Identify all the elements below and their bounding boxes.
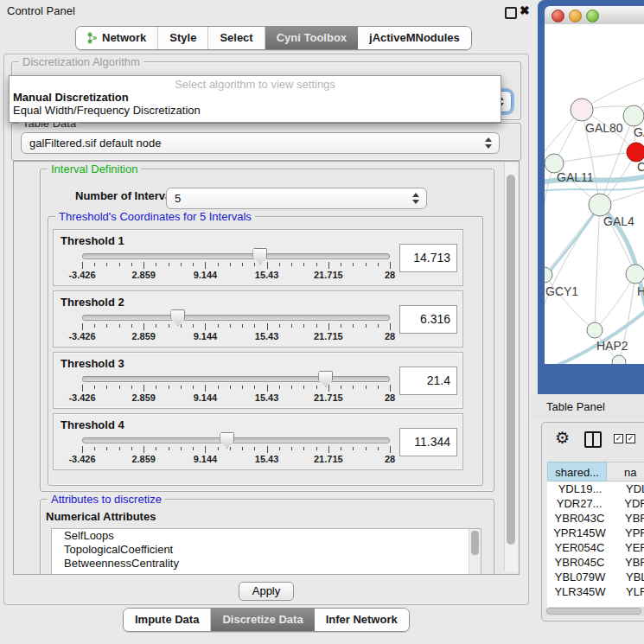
- table-data-combobox[interactable]: galFiltered.sif default node: [21, 132, 500, 154]
- network-edge[interactable]: [545, 163, 554, 232]
- cell-name[interactable]: YER0: [612, 540, 644, 555]
- attribute-item-betweennesscentrality[interactable]: BetweennessCentrality: [52, 557, 481, 571]
- slider-track[interactable]: [82, 376, 390, 382]
- minimize-window-icon[interactable]: [569, 10, 582, 22]
- cell-shared-name[interactable]: YBL079W: [547, 570, 613, 584]
- dropdown-option-manual-discretization[interactable]: Manual Discretization: [10, 91, 501, 104]
- table-row[interactable]: YBR043CYBR0: [547, 511, 644, 526]
- cell-shared-name[interactable]: YBR045C: [547, 555, 612, 570]
- cell-name[interactable]: YIL0: [613, 599, 644, 603]
- tab-label: Cyni Toolbox: [277, 27, 347, 49]
- column-header-shared-name[interactable]: shared...: [547, 462, 607, 481]
- tab-discretize-data[interactable]: Discretize Data: [211, 609, 314, 631]
- table-row[interactable]: YBR045CYBR0: [547, 555, 644, 570]
- tab-network[interactable]: Network: [76, 27, 158, 49]
- zoom-window-icon[interactable]: [586, 10, 599, 22]
- tab-select[interactable]: Select: [208, 27, 265, 49]
- table-row[interactable]: YBL079WYBL0: [547, 570, 644, 584]
- threshold-card-threshold-4: Threshold 4-3.4262.8599.14415.4321.71528…: [53, 413, 463, 470]
- cell-shared-name[interactable]: YPR145W: [547, 526, 612, 540]
- slider-track[interactable]: [82, 315, 390, 321]
- checkbox-icon[interactable]: ✓: [626, 434, 635, 443]
- numerical-attributes-label: Numerical Attributes: [46, 510, 156, 523]
- table-row[interactable]: YPR145WYPR1: [547, 526, 644, 540]
- red-node[interactable]: [627, 143, 644, 162]
- tab-jactivemnodules[interactable]: jActiveMNodules: [358, 27, 471, 49]
- threshold-value-field[interactable]: 14.713: [399, 244, 457, 272]
- group-title: Discretization Algorithm: [19, 55, 143, 68]
- gear-icon[interactable]: ⚙: [555, 428, 570, 449]
- list-scrollbar[interactable]: [469, 529, 481, 575]
- node-table: shared... na YDL19...YDL1YDR27...YDR2YBR…: [547, 462, 644, 609]
- cell-name[interactable]: YPR1: [612, 526, 644, 540]
- h-node[interactable]: [626, 265, 644, 284]
- threshold-value-field[interactable]: 6.316: [399, 305, 457, 334]
- cell-name[interactable]: YDL1: [613, 481, 644, 496]
- network-edge-highlighted[interactable]: [545, 187, 644, 191]
- slider-scale-labels: -3.4262.8599.14415.4321.71528: [82, 331, 390, 341]
- network-window[interactable]: GAL80GACGAL11GAL4GCY1HHAP2: [538, 0, 644, 394]
- tab-impute-data[interactable]: Impute Data: [124, 609, 211, 631]
- tab-infer-network[interactable]: Infer Network: [315, 609, 409, 631]
- apply-button[interactable]: Apply: [239, 582, 294, 601]
- network-window-titlebar[interactable]: [545, 6, 644, 25]
- settings-scrollbar[interactable]: [504, 163, 518, 571]
- threshold-slider[interactable]: -3.4262.8599.14415.4321.71528: [82, 230, 390, 285]
- threshold-card-threshold-1: Threshold 1-3.4262.8599.14415.4321.71528…: [53, 229, 463, 286]
- threshold-slider[interactable]: -3.4262.8599.14415.4321.71528: [82, 353, 390, 408]
- threshold-card-threshold-3: Threshold 3-3.4262.8599.14415.4321.71528…: [53, 352, 463, 409]
- threshold-slider[interactable]: -3.4262.8599.14415.4321.71528: [82, 414, 390, 469]
- table-row[interactable]: YLR345WYLR3: [547, 584, 644, 599]
- network-edge-highlighted[interactable]: [545, 205, 600, 284]
- tab-cyni-toolbox[interactable]: Cyni Toolbox: [265, 27, 358, 49]
- network-canvas[interactable]: GAL80GACGAL11GAL4GCY1HHAP2: [545, 24, 644, 364]
- split-view-icon[interactable]: [584, 431, 602, 448]
- cell-shared-name[interactable]: YLR345W: [547, 584, 613, 599]
- scrollbar-thumb[interactable]: [546, 608, 641, 615]
- num-intervals-combobox[interactable]: 5: [166, 188, 427, 209]
- node-label-hap2: HAP2: [596, 339, 628, 353]
- numerical-attributes-list[interactable]: SelfLoopsTopologicalCoefficientBetweenne…: [51, 528, 481, 575]
- cell-name[interactable]: YBR0: [612, 555, 644, 570]
- cell-shared-name[interactable]: YBR043C: [547, 511, 612, 526]
- hap2-node[interactable]: [587, 322, 603, 338]
- float-window-icon[interactable]: [505, 7, 517, 19]
- cell-shared-name[interactable]: YIL052C: [547, 599, 613, 603]
- cell-name[interactable]: YLR3: [613, 584, 644, 599]
- threshold-slider[interactable]: -3.4262.8599.14415.4321.71528: [82, 291, 390, 347]
- network-edge[interactable]: [595, 205, 600, 330]
- cell-shared-name[interactable]: YER054C: [547, 540, 612, 555]
- table-row[interactable]: YIL052CYIL0: [547, 599, 644, 603]
- attribute-item-selfloops[interactable]: SelfLoops: [52, 529, 481, 543]
- table-horizontal-scrollbar[interactable]: [545, 607, 644, 615]
- column-header-name[interactable]: na: [607, 462, 644, 481]
- attribute-item-topologicalcoefficient[interactable]: TopologicalCoefficient: [52, 543, 481, 557]
- slider-scale-labels: -3.4262.8599.14415.4321.71528: [82, 392, 390, 403]
- table-row[interactable]: YER054CYER0: [547, 540, 644, 555]
- gal4-node[interactable]: [589, 194, 611, 216]
- close-panel-icon[interactable]: ✖: [520, 3, 530, 17]
- threshold-value-field[interactable]: 21.4: [399, 367, 457, 395]
- table-row[interactable]: YDL19...YDL1: [547, 481, 644, 496]
- scrollbar-thumb[interactable]: [507, 175, 515, 545]
- checkbox-icon[interactable]: ✓: [614, 434, 623, 443]
- table-panel: ⚙ ✓ ✓ shared... na YDL19...YDL1YDR27...Y…: [541, 422, 644, 622]
- table-row[interactable]: YDR27...YDR2: [547, 496, 644, 511]
- network-edge[interactable]: [545, 275, 595, 330]
- cell-shared-name[interactable]: YDR27...: [547, 496, 611, 511]
- slider-track[interactable]: [82, 253, 390, 259]
- tab-style[interactable]: Style: [158, 27, 208, 49]
- close-window-icon[interactable]: [552, 10, 564, 22]
- threshold-value-field[interactable]: 11.344: [399, 428, 457, 456]
- cell-name[interactable]: YDR2: [611, 496, 644, 511]
- cell-name[interactable]: YBL0: [613, 570, 644, 584]
- cell-shared-name[interactable]: YDL19...: [547, 481, 613, 496]
- slider-track[interactable]: [82, 437, 390, 443]
- top-green-node[interactable]: [623, 105, 644, 126]
- dropdown-option-equal-width-frequency-discretization[interactable]: Equal Width/Frequency Discretization: [10, 104, 501, 117]
- pink-node[interactable]: [571, 99, 593, 121]
- cell-name[interactable]: YBR0: [612, 511, 644, 526]
- table-header: shared... na: [547, 462, 644, 481]
- network-edge[interactable]: [554, 152, 636, 163]
- node-label-gal80: GAL80: [585, 121, 623, 135]
